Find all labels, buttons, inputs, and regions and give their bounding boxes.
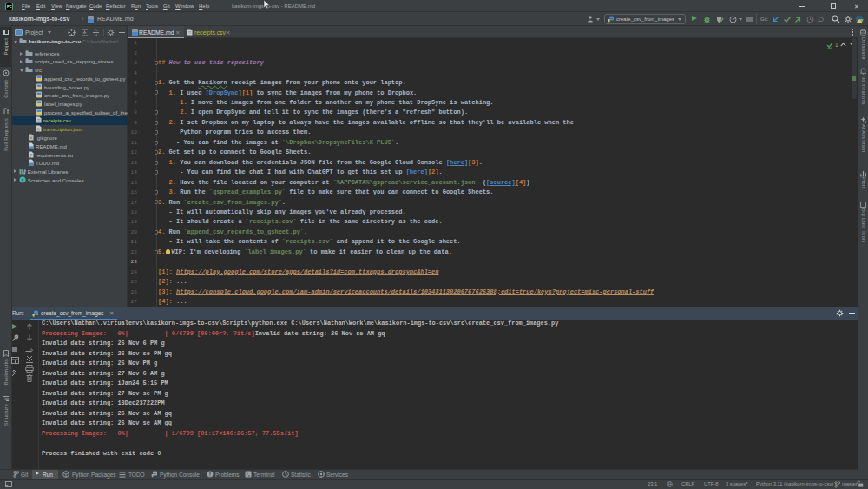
svg-text:{}: {} bbox=[37, 127, 41, 132]
